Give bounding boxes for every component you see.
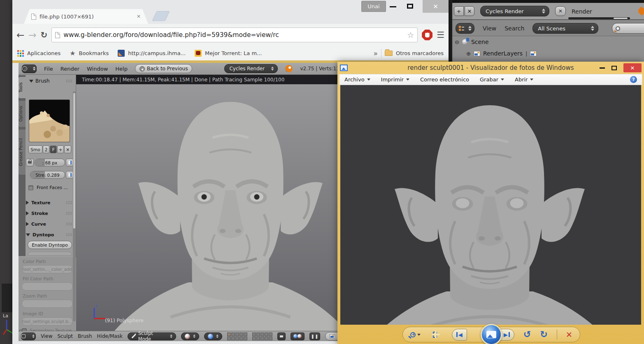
dimmed-tool-props: Color Path tool_settin..._color_add Fill… [19,257,76,331]
render-engine-dropdown[interactable]: Cycles Render [480,6,549,16]
image-id-label: Image ID [23,311,43,316]
rotate-cw-button[interactable]: ↻ [540,330,547,339]
viewer-close-button[interactable]: ✕ [623,63,642,72]
collapse-icon[interactable]: ⊖ [455,39,459,45]
brush-panel-label: Brush [35,78,50,84]
menu-icon[interactable]: ☰ [437,30,444,40]
info-icon: i [22,66,27,71]
adblock-extension-icon[interactable] [422,30,432,40]
menu-sculpt: Sculpt [57,333,72,339]
chevron-down-icon [367,78,370,81]
viewport-icon [21,334,26,338]
rotate-ccw-button[interactable]: ↺ [523,330,531,339]
snap-buttons [291,332,305,340]
viewer-controls-pill: ◀ ▶ ↺ ↻ ✕ [402,327,580,342]
fake-user-button: F [50,145,57,153]
expanded-icon [26,233,30,236]
close-icon: ✕ [630,65,635,71]
apps-grid-icon[interactable] [17,50,24,57]
menu-correo[interactable]: Correo electrónico [420,76,469,83]
forward-button[interactable]: → [28,30,36,40]
bookmark-star-icon[interactable]: ☆ [407,30,414,39]
viewer-maximize-button[interactable] [611,66,617,70]
actual-size-button[interactable] [433,332,437,338]
minimize-icon [390,6,396,7]
bookmark-bookmarks[interactable]: Bookmarks [79,50,109,56]
menu-help: Help [115,66,128,72]
dropdown-arrows-icon [33,67,36,71]
slideshow-button[interactable] [481,324,502,344]
menu-grabar[interactable]: Grabar [480,76,504,83]
menu-archivo[interactable]: Archivo [344,76,370,83]
render-tab-label[interactable]: Render [572,8,592,15]
outliner-filter-dropdown[interactable]: All Scenes [532,23,598,34]
menu-correo-label: Correo electrónico [420,76,469,83]
menu-abrir[interactable]: Abrir [515,76,533,83]
outliner-item-scene[interactable]: ⊖ Scene [452,36,644,48]
engine-label: Cycles Render [229,66,265,72]
previous-button[interactable]: ◀ [452,329,467,341]
dropdown-arrows-icon [170,335,172,338]
slideshow-icon [486,331,496,338]
desktop: La + ✕ Cycles Render ✕ Render [0,0,644,344]
area-plus-button[interactable]: + [454,6,464,16]
clipped-field [28,252,72,256]
x-icon: ✕ [467,8,472,14]
chevron-down-icon [530,78,533,81]
background-axis-gizmo [2,317,13,336]
menu-abrir-label: Abrir [515,76,528,83]
photo-viewer-window: render sculpt0001 - Visualizador de foto… [337,62,644,344]
menu-brush: Brush [78,333,92,339]
menu-window: Window [87,66,108,72]
outliner-view-menu[interactable]: View [483,25,496,32]
back-to-previous-label: Back to Previous [147,66,188,72]
new-tab-button[interactable] [152,11,170,21]
bookmark-torrent[interactable]: Mejor Torrent: La m... [205,50,262,56]
axis-z-label: z [95,304,98,308]
lock-icon [28,161,32,164]
window-minimize-button[interactable] [389,3,397,10]
blender-logo [285,65,293,72]
shading-dropdown [181,332,199,340]
help-button[interactable]: ? [630,76,637,83]
keyframe-icon [68,161,72,164]
other-bookmarks-button[interactable]: Otros marcadores [396,50,444,56]
url-text[interactable]: www.g-blender.org/foro/download/file.php… [63,31,404,39]
engine-dropdown: Cycles Render [224,64,278,73]
window-maximize-button[interactable] [405,2,414,10]
back-button[interactable]: ← [16,30,24,40]
maximize-icon [407,4,413,9]
menu-view: View [41,333,52,339]
menu-imprimir[interactable]: Imprimir [381,76,409,83]
lock-icon [280,335,283,337]
color-path-label: Color Path [23,259,46,264]
menu-grabar-label: Grabar [480,76,498,83]
snap-icon [293,334,298,338]
bookmark-apps[interactable]: Aplicaciones [27,50,60,56]
outliner-search-field[interactable] [612,23,644,34]
reload-button[interactable]: ↻ [41,31,48,39]
outliner-search-menu[interactable]: Search [505,25,524,32]
bookmarks-overflow-button[interactable]: » [374,49,378,58]
bookmark-campus[interactable]: http://campus.ihma... [128,50,186,56]
profile-button[interactable]: Unai [361,1,386,12]
zoom-button[interactable] [410,332,421,337]
front-faces-checkbox [28,185,33,190]
outliner-item-renderlayers[interactable]: ⊕ RenderLayers | [452,48,644,59]
browser-tab[interactable]: file.php (1007×691) ✕ [24,9,148,24]
tab-close-icon[interactable]: ✕ [137,14,141,19]
viewer-titlebar[interactable]: render sculpt0001 - Visualizador de foto… [337,62,644,74]
dyntopo-section: Dyntopo [26,231,72,238]
color-path-value: tool_settin..._color_add [22,267,72,272]
dropdown-arrows-icon [591,26,595,31]
render-progress-bar [568,17,630,19]
editor-type-dropdown[interactable] [456,23,474,34]
viewer-minimize-button[interactable] [600,67,605,69]
area-close-button[interactable]: ✕ [465,6,474,16]
omnibox[interactable]: www.g-blender.org/foro/download/file.php… [51,28,418,42]
window-close-button[interactable]: ✕ [423,0,449,13]
prev-bar-icon [456,332,458,337]
unlink-button[interactable]: ✕ [555,6,566,16]
expand-icon[interactable]: ⊕ [466,51,471,57]
delete-button[interactable]: ✕ [566,330,572,339]
